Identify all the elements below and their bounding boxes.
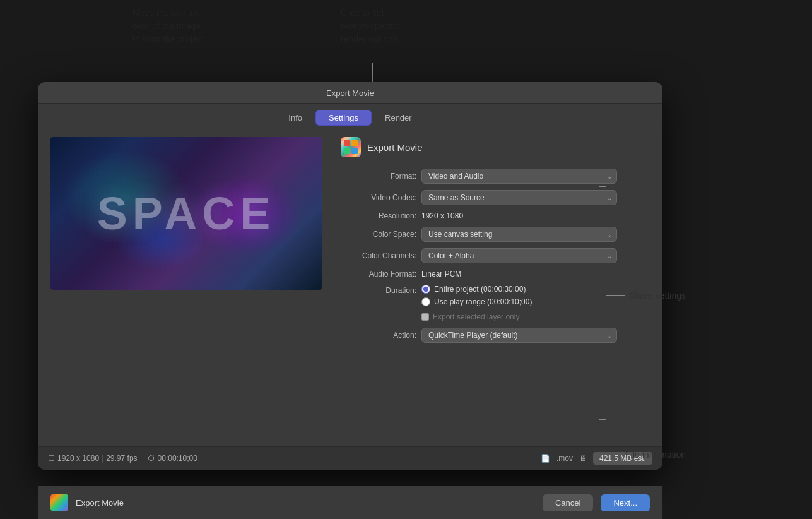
tab-info[interactable]: Info (275, 110, 315, 126)
color-space-row: Color Space: Use canvas setting Standard… (341, 227, 644, 242)
action-select[interactable]: QuickTime Player (default) None (421, 328, 617, 343)
audio-format-label: Audio Format: (341, 270, 416, 278)
cancel-button[interactable]: Cancel (543, 494, 593, 511)
resolution-value: 1920 x 1080 (421, 212, 463, 220)
annotation-top-right: Click to set Motion-specific render opti… (341, 6, 399, 46)
color-channels-label: Color Channels: (341, 251, 416, 260)
action-row: Action: QuickTime Player (default) None … (341, 328, 644, 343)
status-file-ext: .mov (556, 454, 573, 463)
video-codec-select[interactable]: Same as Source H.264 HEVC ProRes 422 (421, 190, 617, 205)
color-channels-row: Color Channels: Color + Alpha Color Alph… (341, 248, 644, 263)
timer-icon: ⏱ (148, 454, 155, 463)
export-header-title: Export Movie (367, 142, 423, 153)
duration-radio-group: Entire project (00:00:30;00) Use play ra… (421, 285, 532, 306)
resolution-row: Resolution: 1920 x 1080 (341, 212, 644, 220)
status-duration-value: 00:00:10;00 (158, 454, 197, 463)
video-codec-select-wrap: Same as Source H.264 HEVC ProRes 422 ⌄ (421, 190, 617, 205)
annotation-line-right (372, 63, 373, 82)
audio-format-value: Linear PCM (421, 270, 461, 278)
footer-icon (50, 494, 68, 511)
video-codec-label: Video Codec: (341, 193, 416, 202)
color-channels-select-wrap: Color + Alpha Color Alpha Only ⌄ (421, 248, 617, 263)
share-settings-bracket (599, 186, 606, 420)
duration-radio-play-range[interactable] (421, 297, 430, 306)
duration-row: Duration: Entire project (00:00:30;00) U… (341, 285, 644, 306)
export-layer-label: Export selected layer only (433, 313, 519, 321)
duration-label: Duration: (341, 285, 416, 295)
duration-label-play-range: Use play range (00:00:10;00) (434, 297, 532, 306)
file-icon: 📄 (541, 454, 550, 463)
dialog-titlebar: Export Movie (38, 82, 662, 104)
annotation-line-left (179, 63, 179, 82)
preview-panel: SPACE (50, 137, 322, 440)
export-layer-checkbox-row: Export selected layer only (421, 313, 519, 321)
screen-icon: ☐ (48, 454, 55, 463)
status-resolution: ☐ 1920 x 1080 | 29.97 fps (48, 454, 138, 463)
file-info-bracket (599, 436, 606, 467)
format-select[interactable]: Video and Audio Video Only Audio Only (421, 169, 617, 184)
status-resolution-value: 1920 x 1080 (57, 454, 99, 463)
tab-settings[interactable]: Settings (315, 110, 372, 126)
action-select-wrap: QuickTime Player (default) None ⌄ (421, 328, 617, 343)
action-label: Action: (341, 331, 416, 340)
color-channels-select[interactable]: Color + Alpha Color Alpha Only (421, 248, 617, 263)
color-space-select[interactable]: Use canvas setting Standard Wide Gamut (421, 227, 617, 242)
audio-format-row: Audio Format: Linear PCM (341, 270, 644, 278)
footer-title: Export Movie (76, 498, 535, 508)
file-info-annotation: File information (601, 450, 686, 460)
annotation-top-left: Move the pointer over of the image to sk… (132, 6, 207, 46)
duration-radio-entire[interactable] (421, 285, 430, 294)
dialog-content: SPACE Export Movie Format: (38, 131, 662, 446)
share-settings-annotation: Share settings (606, 290, 686, 301)
dialog-title: Export Movie (326, 88, 374, 98)
dialog-footer: Export Movie Cancel Next... (38, 486, 662, 519)
duration-label-entire: Entire project (00:00:30;00) (434, 285, 526, 294)
statusbar: ☐ 1920 x 1080 | 29.97 fps ⏱ 00:00:10;00 … (38, 446, 662, 470)
export-layer-row: Export selected layer only (341, 313, 644, 321)
export-dialog: Export Movie Info Settings Render SPACE (38, 82, 662, 470)
status-duration: ⏱ 00:00:10;00 (148, 454, 197, 463)
video-codec-row: Video Codec: Same as Source H.264 HEVC P… (341, 190, 644, 205)
duration-option1-row: Entire project (00:00:30;00) (421, 285, 532, 294)
preview-image[interactable]: SPACE (50, 137, 322, 290)
color-space-select-wrap: Use canvas setting Standard Wide Gamut ⌄ (421, 227, 617, 242)
monitor-icon: 🖥 (579, 454, 587, 463)
resolution-label: Resolution: (341, 212, 416, 220)
export-header: Export Movie (341, 137, 644, 157)
format-label: Format: (341, 172, 416, 181)
format-select-wrap: Video and Audio Video Only Audio Only ⌄ (421, 169, 617, 184)
format-row: Format: Video and Audio Video Only Audio… (341, 169, 644, 184)
duration-option2-row: Use play range (00:00:10;00) (421, 297, 532, 306)
color-space-label: Color Space: (341, 230, 416, 239)
export-layer-checkbox[interactable] (421, 313, 429, 321)
space-text: SPACE (97, 188, 276, 239)
next-button[interactable]: Next... (601, 494, 650, 511)
tab-render[interactable]: Render (372, 110, 425, 126)
status-fps-value: 29.97 fps (106, 454, 137, 463)
export-movie-icon (341, 137, 361, 157)
tab-bar: Info Settings Render (38, 104, 662, 131)
